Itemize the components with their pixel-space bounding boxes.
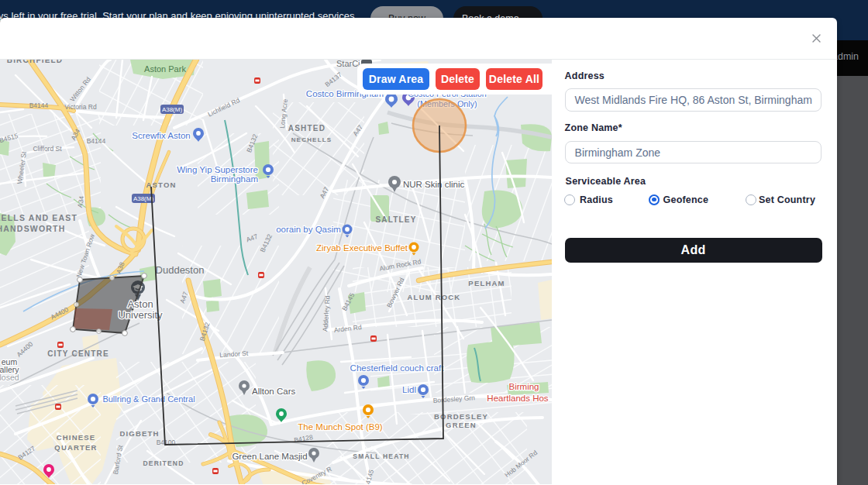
svg-text:BIRCHFIELD: BIRCHFIELD [7, 60, 64, 64]
svg-text:Wing Yip Superstore: Wing Yip Superstore [177, 165, 258, 174]
svg-text:DIGBETH: DIGBETH [119, 429, 159, 438]
svg-text:Bullring & Grand Central: Bullring & Grand Central [102, 394, 195, 404]
svg-text:Birmingham: Birmingham [211, 174, 258, 184]
svg-text:Duddeston: Duddeston [156, 264, 205, 276]
svg-text:Lidl: Lidl [402, 385, 416, 394]
svg-text:Allton Cars: Allton Cars [252, 387, 295, 396]
svg-text:The Munch Spot (B9): The Munch Spot (B9) [298, 422, 382, 432]
svg-text:HANDSWORTH: HANDSWORTH [0, 224, 66, 233]
svg-text:Ziryab Executive Buffet: Ziryab Executive Buffet [316, 243, 408, 253]
svg-text:Victoria Rd: Victoria Rd [64, 103, 97, 111]
svg-text:Birming: Birming [509, 382, 539, 391]
svg-text:A38(M): A38(M) [133, 195, 154, 202]
svg-text:Chesterfield couch craft: Chesterfield couch craft [350, 363, 445, 373]
svg-text:B4144: B4144 [87, 137, 106, 145]
svg-text:Screwfix Aston: Screwfix Aston [132, 131, 190, 140]
svg-text:oorain by Qasim: oorain by Qasim [276, 225, 341, 234]
svg-text:A38(M): A38(M) [162, 106, 183, 113]
svg-text:NUR Skin clinic: NUR Skin clinic [403, 180, 464, 189]
svg-text:ALUM ROCK: ALUM ROCK [408, 293, 461, 301]
svg-text:Aston Park: Aston Park [144, 64, 186, 74]
svg-text:StarCi: StarCi [336, 60, 360, 68]
svg-text:ZELLS AND EAST: ZELLS AND EAST [0, 213, 78, 222]
svg-text:losed: losed [0, 373, 19, 382]
svg-text:Heartlands Hos: Heartlands Hos [487, 394, 549, 403]
svg-text:NECHELLS: NECHELLS [291, 136, 332, 143]
svg-text:DERITEND: DERITEND [143, 459, 184, 467]
svg-text:PELHAM: PELHAM [468, 279, 505, 287]
svg-text:QUARTER: QUARTER [54, 443, 97, 452]
svg-text:Aston: Aston [127, 298, 153, 310]
svg-text:BORDESLEY: BORDESLEY [434, 412, 488, 421]
svg-text:CHINESE: CHINESE [57, 433, 96, 442]
svg-text:University: University [118, 309, 163, 321]
svg-text:Green Lane Masjid: Green Lane Masjid [232, 452, 307, 461]
svg-text:SALTLEY: SALTLEY [375, 215, 416, 224]
svg-text:CITY CENTRE: CITY CENTRE [47, 349, 109, 358]
svg-text:SMALL HEATH: SMALL HEATH [353, 452, 409, 460]
svg-text:B4144: B4144 [29, 101, 49, 109]
svg-text:Clifford St: Clifford St [33, 145, 62, 153]
svg-text:GREEN: GREEN [446, 421, 477, 429]
svg-text:ASHTED: ASHTED [288, 124, 326, 132]
